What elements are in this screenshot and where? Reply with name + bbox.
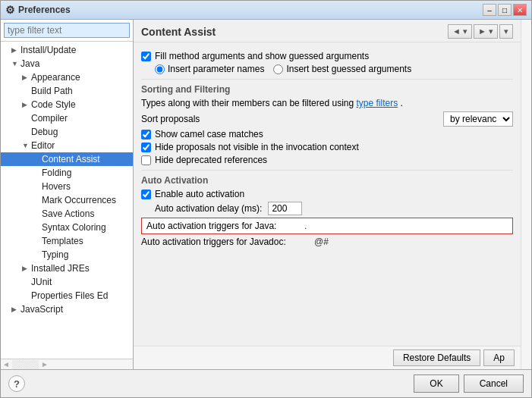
sorting-section-label: Sorting and Filtering [141,84,513,95]
sidebar-item-install-update[interactable]: ▶ Install/Update [1,43,133,57]
enable-auto-activation-row: Enable auto activation [141,189,513,199]
sidebar-item-label: Hovers [42,181,71,192]
arrow-icon: ▶ [11,306,19,313]
sidebar-item-build-path[interactable]: ▶ Build Path [1,84,133,98]
window-title: Preferences [18,5,71,15]
right-footer: Restore Defaults Ap [134,346,521,369]
show-camel-case-checkbox[interactable] [141,130,151,139]
radio-insert-param: Insert parameter names [155,64,264,74]
right-content-wrap: Content Assist ◄ ▾ ► ▾ ▾ Fill method arg… [134,20,521,369]
sort-proposals-row: Sort proposals by relevanc [141,111,513,127]
right-header: Content Assist ◄ ▾ ► ▾ ▾ [134,20,521,42]
sort-proposals-label: Sort proposals [141,114,200,124]
filter-input[interactable] [4,23,130,38]
sidebar-item-javascript[interactable]: ▶ JavaScript [1,302,133,316]
filtering-desc: Types along with their members can be fi… [141,98,354,108]
sidebar-item-label: Java [20,58,39,69]
sidebar-item-appearance[interactable]: ▶ Appearance [1,71,133,84]
hide-deprecated-label: Hide deprecated references [155,155,267,165]
help-button[interactable]: ? [8,375,25,392]
sidebar-item-mark-occurrences[interactable]: ▶ Mark Occurrences [1,193,133,207]
sidebar-item-editor[interactable]: ▼ Editor [1,139,133,152]
radio-row: Insert parameter names Insert best guess… [155,64,513,74]
filtering-desc-row: Types along with their members can be fi… [141,98,513,108]
sidebar-item-label: Templates [42,236,83,246]
vertical-scrollbar[interactable] [521,20,531,369]
radio-insert-guessed: Insert best guessed arguments [273,64,411,74]
fill-method-checkbox[interactable] [141,52,151,61]
sidebar-item-label: Appearance [31,72,80,83]
horizontal-scrollbar[interactable]: ◄ ░░░░░ ► [1,359,133,369]
show-camel-case-label: Show camel case matches [155,129,263,139]
nav-menu-button[interactable]: ▾ [499,24,513,39]
sidebar-item-label: Build Path [31,86,73,96]
filtering-period: . [401,98,403,108]
arrow-icon: ▶ [22,74,30,81]
auto-activation-section-label: Auto Activation [141,175,513,186]
nav-back-button[interactable]: ◄ ▾ [448,24,472,39]
content-area: ▶ Install/Update ▼ Java ▶ Appearance ▶ B… [1,20,531,369]
radio-insert-guessed-input[interactable] [273,64,283,74]
arrow-icon: ▶ [22,265,30,272]
right-with-scroll: Content Assist ◄ ▾ ► ▾ ▾ Fill method arg… [134,20,531,369]
nav-controls: ◄ ▾ ► ▾ ▾ [448,24,513,39]
enable-auto-activation-checkbox[interactable] [141,190,151,199]
sidebar-item-debug[interactable]: ▶ Debug [1,125,133,139]
sidebar-item-label: JavaScript [20,304,63,315]
radio-insert-param-input[interactable] [155,64,165,74]
sidebar-item-label: Installed JREs [31,263,90,274]
auto-delay-label: Auto activation delay (ms): [155,203,262,214]
divider-1 [141,79,513,80]
title-bar-controls: – □ ✕ [483,4,527,16]
sidebar-item-content-assist[interactable]: ▶ Content Assist [1,152,133,166]
sidebar-item-label: Compiler [31,113,68,124]
nav-fwd-button[interactable]: ► ▾ [474,24,498,39]
sidebar-item-label: Content Assist [42,154,100,165]
sidebar-item-compiler[interactable]: ▶ Compiler [1,111,133,125]
fill-method-label: Fill method arguments and show guessed a… [155,51,369,61]
sidebar-item-code-style[interactable]: ▶ Code Style [1,98,133,111]
hide-deprecated-checkbox[interactable] [141,155,151,165]
sidebar-item-label: Syntax Coloring [42,222,106,233]
sidebar-item-java[interactable]: ▼ Java [1,57,133,71]
hide-not-visible-checkbox[interactable] [141,143,151,152]
bottom-bar: ? OK Cancel [1,369,531,397]
preferences-window: ⚙ Preferences – □ ✕ ▶ Install/Update ▼ [0,0,532,398]
sidebar-item-label: Debug [31,127,58,137]
trigger-java-row: Auto activation triggers for Java: [141,218,513,234]
sidebar-item-save-actions[interactable]: ▶ Save Actions [1,207,133,221]
fill-method-row: Fill method arguments and show guessed a… [141,51,513,61]
hide-deprecated-row: Hide deprecated references [141,155,513,165]
hide-not-visible-row: Hide proposals not visible in the invoca… [141,142,513,152]
radio-insert-param-label: Insert parameter names [168,64,264,74]
maximize-button[interactable]: □ [498,4,512,16]
trigger-javadoc-label: Auto activation triggers for Javadoc: [141,237,308,247]
sidebar-item-label: Typing [42,249,68,260]
apply-button[interactable]: Ap [483,349,515,366]
right-content: Fill method arguments and show guessed a… [134,42,521,346]
title-bar: ⚙ Preferences – □ ✕ [1,1,531,20]
ok-cancel-buttons: OK Cancel [414,374,524,393]
ok-button[interactable]: OK [414,374,458,393]
trigger-java-input[interactable] [304,221,335,231]
sidebar-item-folding[interactable]: ▶ Folding [1,166,133,180]
sidebar-item-properties-files[interactable]: ▶ Properties Files Ed [1,289,133,302]
type-filters-link[interactable]: type filters [357,98,398,108]
sidebar-item-syntax-coloring[interactable]: ▶ Syntax Coloring [1,221,133,234]
sidebar-item-label: Properties Files Ed [31,290,108,301]
sidebar-item-label: JUnit [31,277,52,287]
close-button[interactable]: ✕ [513,4,527,16]
sidebar-item-installed-jres[interactable]: ▶ Installed JREs [1,262,133,275]
trigger-java-label: Auto activation triggers for Java: [146,221,298,231]
sidebar-item-typing[interactable]: ▶ Typing [1,248,133,262]
sidebar-item-templates[interactable]: ▶ Templates [1,234,133,248]
restore-defaults-button[interactable]: Restore Defaults [393,349,480,366]
sidebar-item-hovers[interactable]: ▶ Hovers [1,180,133,193]
sidebar-item-label: Save Actions [42,208,94,219]
panel-title: Content Assist [141,26,216,38]
sort-proposals-select[interactable]: by relevanc [443,111,513,127]
auto-delay-input[interactable] [268,202,302,215]
cancel-button[interactable]: Cancel [464,374,524,393]
sidebar-item-junit[interactable]: ▶ JUnit [1,275,133,289]
minimize-button[interactable]: – [483,4,496,16]
